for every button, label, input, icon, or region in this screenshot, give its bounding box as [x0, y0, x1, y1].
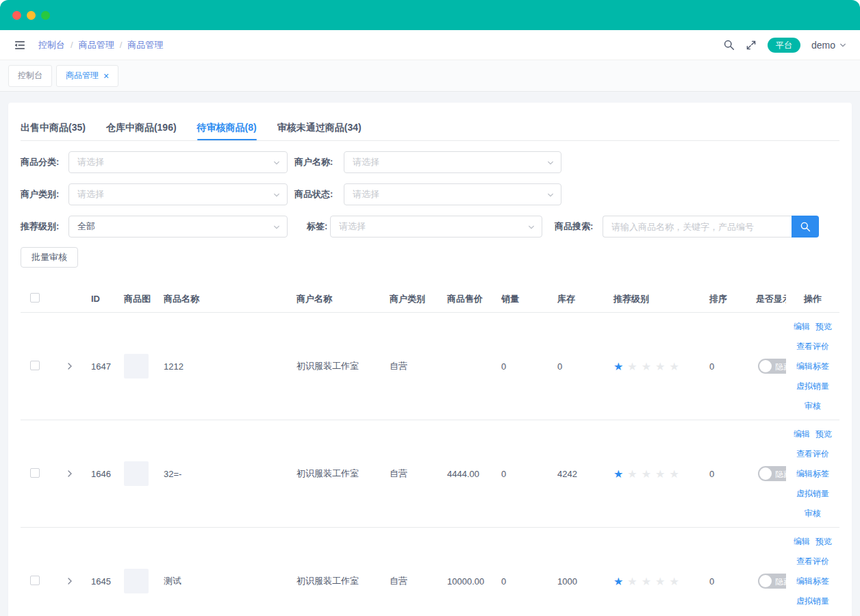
search-icon[interactable] — [723, 39, 735, 51]
close-tag-icon[interactable]: × — [103, 71, 109, 81]
star-icon[interactable]: ★ — [642, 467, 651, 480]
audit-link[interactable]: 审核 — [805, 400, 821, 411]
header-name: 商品名称 — [162, 293, 294, 305]
filter-row-2: 商户类别: 请选择 商品状态: 请选择 — [21, 183, 839, 205]
chevron-down-icon — [547, 159, 554, 166]
recommend-level-select[interactable]: 全部 — [68, 216, 288, 238]
star-icon[interactable]: ★ — [627, 467, 637, 480]
row-actions: 编辑预览 查看评价 编辑标签 虚拟销量 审核 — [786, 420, 839, 527]
tag-select[interactable]: 请选择 — [330, 216, 542, 238]
star-icon[interactable]: ★ — [669, 467, 679, 480]
top-navbar: 控制台 / 商品管理 / 商品管理 平台 demo — [0, 30, 860, 60]
close-window-icon[interactable] — [12, 11, 21, 20]
merchant-type-select[interactable]: 请选择 — [68, 183, 288, 205]
star-icon[interactable]: ★ — [627, 360, 637, 373]
cell-sales: 0 — [499, 469, 555, 479]
star-icon[interactable]: ★ — [614, 575, 623, 588]
search-button[interactable] — [792, 216, 819, 238]
expand-row-icon[interactable] — [66, 362, 74, 370]
star-icon[interactable]: ★ — [669, 360, 679, 373]
star-icon[interactable]: ★ — [655, 575, 665, 588]
expand-row-icon[interactable] — [66, 577, 74, 585]
star-icon[interactable]: ★ — [669, 575, 679, 588]
view-reviews-link[interactable]: 查看评价 — [796, 341, 829, 352]
star-icon[interactable]: ★ — [655, 360, 665, 373]
star-icon[interactable]: ★ — [642, 360, 651, 373]
star-rating[interactable]: ★★★★★ — [614, 575, 707, 588]
select-all-checkbox[interactable] — [30, 293, 40, 303]
recommend-level-label: 推荐级别: — [21, 220, 68, 233]
chevron-down-icon — [273, 224, 280, 231]
product-image-placeholder — [124, 569, 149, 593]
user-menu[interactable]: demo — [811, 40, 846, 51]
cell-product-name: 32=- — [162, 469, 294, 479]
merchant-type-label: 商户类别: — [21, 188, 68, 201]
row-actions: 编辑预览 查看评价 编辑标签 虚拟销量 审核 — [786, 528, 839, 616]
edit-tags-link[interactable]: 编辑标签 — [796, 576, 829, 587]
edit-tags-link[interactable]: 编辑标签 — [796, 361, 829, 372]
cell-merchant-type: 自营 — [388, 467, 445, 480]
tab-pending-audit[interactable]: 待审核商品(8) — [197, 115, 257, 140]
edit-link[interactable]: 编辑 — [794, 321, 810, 332]
breadcrumb-item[interactable]: 商品管理 — [79, 39, 114, 51]
virtual-sales-link[interactable]: 虚拟销量 — [796, 595, 829, 606]
category-label: 商品分类: — [21, 156, 68, 168]
edit-link[interactable]: 编辑 — [794, 428, 810, 439]
cell-price: 10000.00 — [445, 576, 499, 587]
batch-audit-button[interactable]: 批量审核 — [21, 247, 78, 268]
preview-link[interactable]: 预览 — [815, 321, 832, 332]
breadcrumb: 控制台 / 商品管理 / 商品管理 — [38, 39, 163, 51]
select-placeholder: 请选择 — [77, 156, 104, 168]
tab-audit-failed[interactable]: 审核未通过商品(34) — [277, 115, 362, 140]
breadcrumb-separator: / — [120, 40, 123, 50]
product-status-select[interactable]: 请选择 — [344, 183, 561, 205]
row-checkbox[interactable] — [30, 468, 40, 478]
preview-link[interactable]: 预览 — [815, 428, 832, 439]
toggle-knob — [759, 467, 772, 480]
breadcrumb-separator: / — [71, 40, 73, 50]
breadcrumb-item[interactable]: 控制台 — [38, 39, 65, 51]
header-stock: 库存 — [555, 293, 611, 305]
edit-link[interactable]: 编辑 — [794, 536, 810, 547]
star-icon[interactable]: ★ — [614, 360, 623, 373]
star-rating[interactable]: ★★★★★ — [614, 360, 707, 373]
star-icon[interactable]: ★ — [614, 467, 623, 480]
edit-tags-link[interactable]: 编辑标签 — [796, 468, 829, 479]
tag-product-management[interactable]: 商品管理 × — [56, 65, 118, 87]
sidebar-collapse-icon[interactable] — [14, 39, 26, 51]
virtual-sales-link[interactable]: 虚拟销量 — [796, 488, 829, 499]
chevron-down-icon — [528, 224, 535, 231]
search-icon — [800, 221, 811, 232]
category-select[interactable]: 请选择 — [68, 151, 288, 173]
cell-stock: 0 — [555, 361, 611, 372]
view-reviews-link[interactable]: 查看评价 — [796, 448, 829, 459]
audit-link[interactable]: 审核 — [805, 508, 821, 519]
star-icon[interactable]: ★ — [642, 575, 651, 588]
cell-stock: 4242 — [555, 469, 611, 479]
breadcrumb-item[interactable]: 商品管理 — [127, 39, 163, 51]
chevron-down-icon — [547, 192, 554, 198]
star-icon[interactable]: ★ — [655, 467, 665, 480]
fullscreen-icon[interactable] — [746, 40, 757, 51]
minimize-window-icon[interactable] — [27, 11, 36, 20]
product-search-input[interactable] — [603, 216, 792, 238]
toggle-knob — [759, 575, 772, 587]
tag-console[interactable]: 控制台 — [8, 65, 52, 87]
expand-row-icon[interactable] — [66, 470, 74, 478]
cell-merchant-type: 自营 — [388, 575, 445, 587]
preview-link[interactable]: 预览 — [815, 536, 832, 547]
star-rating[interactable]: ★★★★★ — [614, 467, 707, 480]
row-checkbox[interactable] — [30, 361, 40, 370]
star-icon[interactable]: ★ — [627, 575, 637, 588]
view-reviews-link[interactable]: 查看评价 — [796, 556, 829, 567]
cell-merchant: 初识服装工作室 — [294, 360, 388, 372]
tab-in-warehouse[interactable]: 仓库中商品(196) — [106, 115, 177, 140]
select-placeholder: 请选择 — [77, 188, 104, 201]
product-tabs: 出售中商品(35) 仓库中商品(196) 待审核商品(8) 审核未通过商品(34… — [21, 115, 839, 141]
row-checkbox[interactable] — [30, 576, 40, 585]
virtual-sales-link[interactable]: 虚拟销量 — [796, 381, 829, 392]
tab-on-sale[interactable]: 出售中商品(35) — [21, 115, 86, 140]
zoom-window-icon[interactable] — [41, 11, 50, 20]
navbar-right: 平台 demo — [723, 38, 846, 53]
merchant-name-select[interactable]: 请选择 — [344, 151, 561, 173]
